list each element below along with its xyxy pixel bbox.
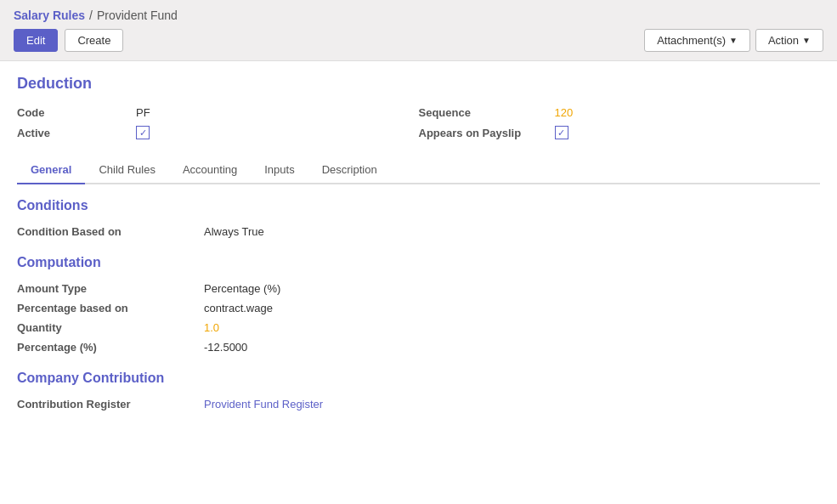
appears-label: Appears on Payslip xyxy=(419,127,555,139)
create-button[interactable]: Create xyxy=(65,29,123,52)
sequence-value: 120 xyxy=(555,106,574,119)
tab-child-rules[interactable]: Child Rules xyxy=(85,156,168,184)
breadcrumb: Salary Rules / Provident Fund xyxy=(14,8,823,22)
amount-type-label: Amount Type xyxy=(17,282,204,295)
edit-button[interactable]: Edit xyxy=(14,29,58,52)
breadcrumb-separator: / xyxy=(89,8,93,22)
computation-title: Computation xyxy=(17,255,820,270)
condition-based-on-row: Condition Based on Always True xyxy=(17,222,820,241)
form-left-active: Active ✓ xyxy=(17,126,419,139)
toolbar: Edit Create Attachment(s) ▼ Action ▼ xyxy=(14,29,823,60)
contribution-register-label: Contribution Register xyxy=(17,398,204,411)
quantity-value: 1.0 xyxy=(204,321,219,334)
form-row-active-payslip: Active ✓ Appears on Payslip ✓ xyxy=(17,126,820,139)
active-checkbox[interactable]: ✓ xyxy=(136,126,150,139)
appears-checkbox[interactable]: ✓ xyxy=(555,126,568,139)
form-right-sequence: Sequence 120 xyxy=(419,106,821,119)
condition-based-on-value: Always True xyxy=(204,225,264,238)
code-value: PF xyxy=(136,106,150,119)
breadcrumb-current: Provident Fund xyxy=(97,8,178,22)
attachments-button[interactable]: Attachment(s) ▼ xyxy=(644,29,750,52)
top-header: Salary Rules / Provident Fund Edit Creat… xyxy=(0,0,837,61)
amount-type-value: Percentage (%) xyxy=(204,282,280,295)
dropdown-group: Attachment(s) ▼ Action ▼ xyxy=(644,29,823,52)
contribution-register-row: Contribution Register Provident Fund Reg… xyxy=(17,394,820,414)
breadcrumb-salary-rules[interactable]: Salary Rules xyxy=(14,8,85,22)
percentage-based-label: Percentage based on xyxy=(17,302,204,314)
tabs: General Child Rules Accounting Inputs De… xyxy=(17,156,820,184)
percentage-based-value: contract.wage xyxy=(204,302,273,314)
contribution-register-value[interactable]: Provident Fund Register xyxy=(204,398,323,411)
form-row-code-sequence: Code PF Sequence 120 xyxy=(17,106,820,119)
tab-accounting[interactable]: Accounting xyxy=(169,156,251,184)
action-button[interactable]: Action ▼ xyxy=(755,29,823,52)
tab-general[interactable]: General xyxy=(17,156,85,184)
form-right-payslip: Appears on Payslip ✓ xyxy=(419,126,821,139)
code-label: Code xyxy=(17,106,136,119)
company-contribution-title: Company Contribution xyxy=(17,371,820,386)
conditions-title: Conditions xyxy=(17,198,820,213)
main-content: Deduction Code PF Sequence 120 Active ✓ … xyxy=(0,61,837,428)
sequence-label: Sequence xyxy=(419,106,555,119)
condition-based-on-label: Condition Based on xyxy=(17,225,204,238)
percentage-row: Percentage (%) -12.5000 xyxy=(17,337,820,357)
section-title: Deduction xyxy=(17,75,820,93)
amount-type-row: Amount Type Percentage (%) xyxy=(17,279,820,298)
tab-description[interactable]: Description xyxy=(308,156,391,184)
quantity-row: Quantity 1.0 xyxy=(17,318,820,337)
percentage-label: Percentage (%) xyxy=(17,341,204,354)
active-label: Active xyxy=(17,127,136,139)
percentage-based-row: Percentage based on contract.wage xyxy=(17,298,820,318)
form-left-code: Code PF xyxy=(17,106,419,119)
tab-inputs[interactable]: Inputs xyxy=(251,156,308,184)
percentage-value: -12.5000 xyxy=(204,341,247,354)
action-chevron-icon: ▼ xyxy=(802,36,811,45)
quantity-label: Quantity xyxy=(17,321,204,334)
attachments-chevron-icon: ▼ xyxy=(729,36,738,45)
